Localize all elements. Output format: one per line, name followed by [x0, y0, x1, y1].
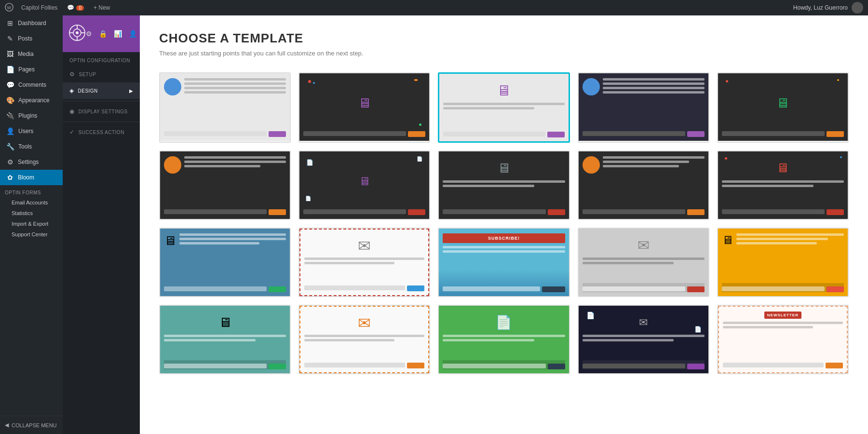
sidebar-item-plugins[interactable]: 🔌 Plugins [0, 108, 63, 123]
sidebar-item-pages[interactable]: 📄 Pages [0, 62, 63, 77]
sidebar-item-appearance[interactable]: 🎨 Appearance [0, 93, 63, 108]
design-icon: ◈ [69, 87, 74, 94]
template-card-18[interactable]: 📄 [438, 305, 570, 374]
sidebar-item-users[interactable]: 👤 Users [0, 123, 63, 139]
card-visual-20: NEWSLETTER [718, 306, 848, 373]
success-action-label: SUCCESS ACTION [79, 130, 124, 135]
template-grid: 🖥 [140, 65, 868, 393]
card-visual-19: ✉ 📄 📄 [579, 306, 708, 373]
design-label: DESIGN [78, 88, 98, 94]
template-card-16[interactable]: 🖥 [159, 305, 291, 374]
template-card-12[interactable]: ✉ [298, 228, 430, 297]
user-avatar[interactable] [852, 2, 863, 14]
setup-icon: ⚙ [69, 71, 75, 78]
collapse-arrow-icon: ◀ [5, 422, 9, 428]
sidebar-label-media: Media [18, 51, 34, 57]
card4-circle [583, 78, 600, 95]
plugin-nav-design[interactable]: ◈ DESIGN ▶ [63, 82, 140, 99]
wp-logo-icon[interactable]: W [5, 3, 14, 13]
collapse-menu-button[interactable]: ◀ COLLAPSE MENU [0, 416, 63, 434]
gear-icon[interactable]: ⚙ [86, 30, 92, 38]
new-link[interactable]: + New [92, 4, 112, 11]
nav-divider-2 [63, 122, 140, 122]
card-visual-17: ✉ [299, 306, 429, 373]
plugin-nav-display-settings[interactable]: ◉ DISPLAY SETTINGS [63, 103, 140, 120]
plugin-nav-setup[interactable]: ⚙ SETUP [63, 66, 140, 82]
template-card-4[interactable] [578, 72, 709, 143]
sidebar-item-bloom[interactable]: ✿ Bloom [0, 170, 63, 185]
template-card-2[interactable]: 🖥 [298, 72, 430, 143]
tools-icon: 🔧 [6, 143, 14, 150]
site-name[interactable]: Capitol Follies [19, 4, 59, 11]
sidebar-item-media[interactable]: 🖼 Media [0, 46, 63, 62]
template-card-3[interactable]: 🖥 [438, 72, 570, 143]
sidebar-item-comments[interactable]: 💬 Comments [0, 77, 63, 93]
card-visual-14: ✉ [579, 229, 708, 296]
pages-icon: 📄 [6, 66, 14, 73]
template-card-17[interactable]: ✉ [298, 305, 430, 374]
sidebar-label-bloom: Bloom [18, 174, 34, 181]
template-card-11[interactable]: 🖥 [159, 228, 291, 297]
card15-monitor-icon: 🖥 [722, 233, 733, 247]
card5-monitor-icon: 🖥 [776, 95, 789, 111]
template-card-7[interactable]: 🖥 📄 📄 📄 [298, 150, 430, 220]
template-card-15[interactable]: 🖥 [717, 228, 849, 297]
template-card-9[interactable] [578, 150, 709, 220]
newsletter-banner-text: NEWSLETTER [764, 312, 801, 319]
plugin-nav-success-action[interactable]: ✓ SUCCESS ACTION [63, 124, 140, 140]
admin-bar-left: W Capitol Follies 💬 0 + New [5, 3, 112, 13]
sidebar-label-comments: Comments [18, 81, 46, 88]
comments-link[interactable]: 💬 0 [65, 4, 86, 11]
setup-label: SETUP [79, 72, 96, 77]
plugin-header-icons: ⚙ 🔒 📊 👤 👥 🏠 [86, 30, 140, 38]
sidebar-item-dashboard[interactable]: ⊞ Dashboard [0, 15, 63, 31]
main-layout: ⊞ Dashboard ✎ Posts 🖼 Media 📄 Pages 💬 Co… [0, 15, 868, 434]
card-visual-3: 🖥 [439, 74, 568, 141]
card-visual-5: 🖥 [718, 73, 848, 141]
template-card-20[interactable]: NEWSLETTER [717, 305, 849, 374]
card12-envelope-icon: ✉ [358, 237, 371, 255]
media-icon: 🖼 [6, 50, 14, 58]
wp-sidebar: ⊞ Dashboard ✎ Posts 🖼 Media 📄 Pages 💬 Co… [0, 15, 63, 434]
card1-circle [164, 78, 181, 95]
template-card-6[interactable] [159, 150, 291, 220]
sidebar-item-tools[interactable]: 🔧 Tools [0, 139, 63, 154]
sidebar-subitem-import-export[interactable]: Import & Export [0, 218, 63, 229]
sidebar-subitem-email-accounts[interactable]: Email Accounts [0, 197, 63, 208]
card19-letter-icon: ✉ [639, 316, 648, 329]
card7-monitor-icon: 🖥 [359, 175, 370, 188]
card18-doc-icon: 📄 [495, 314, 512, 330]
settings-icon: ⚙ [6, 158, 14, 166]
sidebar-label-posts: Posts [18, 35, 32, 42]
template-card-14[interactable]: ✉ [578, 228, 709, 297]
sidebar-item-settings[interactable]: ⚙ Settings [0, 154, 63, 170]
card-visual-13: SUBSCRIBE! [439, 229, 569, 296]
template-card-19[interactable]: ✉ 📄 📄 [578, 305, 709, 374]
template-card-5[interactable]: 🖥 [717, 72, 849, 143]
card-visual-2: 🖥 [299, 73, 429, 141]
sidebar-label-users: Users [18, 128, 33, 135]
chart-icon[interactable]: 📊 [114, 30, 122, 38]
sidebar-label-tools: Tools [18, 143, 32, 150]
template-card-1[interactable] [159, 72, 291, 143]
admin-bar: W Capitol Follies 💬 0 + New Howdy, Luz G… [0, 0, 868, 15]
display-settings-icon: ◉ [69, 108, 75, 115]
optin-config-label: OPTIN CONFIGURATION [63, 52, 140, 66]
comments-icon: 💬 [6, 81, 14, 89]
comments-count: 0 [76, 5, 84, 11]
lock-icon[interactable]: 🔒 [99, 30, 107, 38]
template-card-13[interactable]: SUBSCRIBE! [438, 228, 570, 297]
template-subtitle: These are just starting points that you … [159, 50, 849, 57]
template-card-10[interactable]: 🖥 [717, 150, 849, 220]
card-visual-10: 🖥 [718, 151, 848, 219]
display-settings-label: DISPLAY SETTINGS [79, 109, 128, 114]
template-header: CHOOSE A TEMPLATE These are just startin… [140, 15, 868, 65]
card14-envelope-icon: ✉ [637, 237, 650, 254]
card3-monitor-icon: 🖥 [497, 82, 511, 99]
sidebar-subitem-statistics[interactable]: Statistics [0, 208, 63, 218]
sidebar-item-posts[interactable]: ✎ Posts [0, 31, 63, 46]
sidebar-subitem-support-center[interactable]: Support Center [0, 229, 63, 240]
template-card-8[interactable]: 🖥 [438, 150, 570, 220]
sidebar-label-dashboard: Dashboard [18, 20, 46, 27]
user-icon[interactable]: 👤 [129, 30, 137, 38]
